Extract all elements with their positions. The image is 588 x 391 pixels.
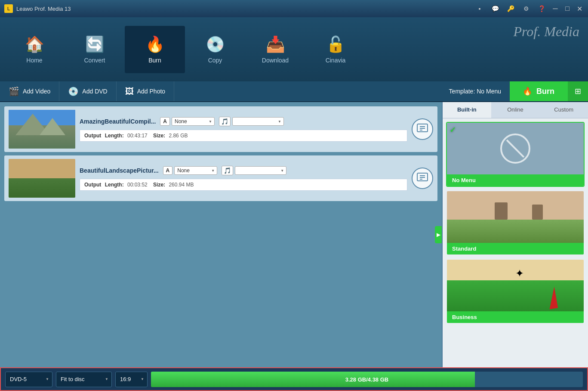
nav-item-burn[interactable]: 🔥 Burn xyxy=(125,26,185,73)
main-area: AmazingBeautifulCompil... A None 🎵 xyxy=(0,102,588,367)
music-dropdown-2: 🎵 xyxy=(222,166,286,175)
template-standard[interactable]: Standard xyxy=(446,190,585,255)
minimize-button[interactable]: ─ xyxy=(551,4,560,13)
nav-download-label: Download xyxy=(262,57,289,64)
copy-icon: 💿 xyxy=(206,35,225,53)
edit-video-button-2[interactable] xyxy=(412,168,433,189)
nav-item-convert[interactable]: 🔄 Convert xyxy=(65,26,125,73)
video-title-2: BeautifulLandscapePictur... xyxy=(80,167,159,174)
thumb-mountain-image xyxy=(9,110,75,149)
tab-online[interactable]: Online xyxy=(491,102,540,118)
home-icon: 🏠 xyxy=(25,35,44,53)
video-title-1: AmazingBeautifulCompil... xyxy=(80,118,156,125)
subtitle-select-2[interactable]: None xyxy=(174,166,217,175)
music-select-2[interactable] xyxy=(235,166,286,175)
right-panel: Built-in Online Custom ✓ No Menu xyxy=(442,102,588,367)
add-photo-button[interactable]: 🖼 Add Photo xyxy=(117,81,174,101)
key-icon[interactable]: 🔑 xyxy=(505,3,517,15)
music-select-wrapper-2 xyxy=(235,166,286,175)
template-selector[interactable]: Template: No Menu xyxy=(440,81,510,101)
tab-builtin[interactable]: Built-in xyxy=(443,102,491,118)
tab-custom[interactable]: Custom xyxy=(539,102,588,118)
no-entry-icon xyxy=(500,133,530,164)
fit-option-wrapper: Fit to disc High quality Custom xyxy=(56,372,112,387)
length-label-2: Length: xyxy=(105,182,124,188)
toolbar: 🎬 Add Video 💿 Add DVD 🖼 Add Photo Templa… xyxy=(0,81,588,102)
video-output-row-2: Output Length: 00:03:52 Size: 260.94 MB xyxy=(80,179,407,191)
template-business[interactable]: ✦ Business xyxy=(446,259,585,324)
selected-checkmark: ✓ xyxy=(449,125,456,135)
nav-item-download[interactable]: 📥 Download xyxy=(245,26,305,73)
settings-icon[interactable]: ⚙ xyxy=(520,3,532,15)
output-label-2: Output xyxy=(84,182,101,188)
subtitle-select-1[interactable]: None xyxy=(172,117,215,126)
no-menu-thumb: ✓ xyxy=(447,123,584,174)
video-item-2: BeautifulLandscapePictur... A None 🎵 xyxy=(4,155,437,201)
fit-option-select[interactable]: Fit to disc High quality Custom xyxy=(56,372,112,387)
nav-item-copy[interactable]: 💿 Copy xyxy=(185,26,245,73)
music-dropdown-1: 🎵 xyxy=(219,117,284,126)
close-button[interactable]: ✕ xyxy=(575,4,584,13)
edit-icon-2 xyxy=(416,172,428,184)
subtitle-a-icon-2: A xyxy=(163,166,173,175)
nav-item-cinavia[interactable]: 🔓 Cinavia xyxy=(305,26,366,73)
template-no-menu[interactable]: ✓ No Menu xyxy=(446,122,585,187)
subtitle-dropdown-2: A None xyxy=(163,166,218,175)
nav-cinavia-label: Cinavia xyxy=(326,57,346,64)
add-dvd-button[interactable]: 💿 Add DVD xyxy=(59,81,116,101)
music-select-1[interactable] xyxy=(232,117,284,126)
music-icon-1: 🎵 xyxy=(219,117,231,126)
app-logo-icon: L xyxy=(4,4,13,13)
disc-type-select[interactable]: DVD-5 DVD-9 Blu-ray 25GB Blu-ray 50GB xyxy=(5,372,52,387)
template-list: ✓ No Menu Standard xyxy=(443,118,588,367)
business-label: Business xyxy=(447,311,584,323)
length-value-1: 00:43:17 xyxy=(127,133,148,139)
grid-view-button[interactable]: ⊞ xyxy=(567,81,588,101)
chat-icon[interactable]: 💬 xyxy=(489,3,501,15)
length-value-2: 00:03:52 xyxy=(127,182,148,188)
nav-copy-label: Copy xyxy=(208,57,222,64)
add-video-button[interactable]: 🎬 Add Video xyxy=(0,81,59,101)
size-label-1: Size: xyxy=(153,133,165,139)
download-icon: 📥 xyxy=(266,35,285,53)
storage-progress-bar: 3.28 GB/4.38 GB xyxy=(151,372,583,387)
burn-label: Burn xyxy=(536,87,554,96)
add-photo-label: Add Photo xyxy=(137,88,165,95)
music-icon-2: 🎵 xyxy=(222,166,233,175)
edit-video-button-1[interactable] xyxy=(412,118,433,140)
panel-collapse-handle[interactable]: ▶ xyxy=(435,226,442,243)
nav-bar: 🏠 Home 🔄 Convert 🔥 Burn 💿 Copy 📥 Downloa… xyxy=(0,17,588,81)
aspect-ratio-select[interactable]: 16:9 4:3 xyxy=(115,372,148,387)
edit-icon-1 xyxy=(416,123,428,135)
subtitle-select-wrapper-2: None xyxy=(174,166,217,175)
video-thumb-2 xyxy=(9,159,75,198)
music-select-wrapper-1 xyxy=(232,117,284,126)
template-label: Template: No Menu xyxy=(449,88,501,95)
help-icon[interactable]: ❓ xyxy=(536,3,548,15)
maximize-button[interactable]: □ xyxy=(563,4,572,13)
aspect-ratio-wrapper: 16:9 4:3 xyxy=(115,372,148,387)
disc-type-wrapper: DVD-5 DVD-9 Blu-ray 25GB Blu-ray 50GB xyxy=(5,372,52,387)
video-list-area: AmazingBeautifulCompil... A None 🎵 xyxy=(0,102,442,367)
video-title-row-2: BeautifulLandscapePictur... A None 🎵 xyxy=(80,166,407,175)
window-controls: ▪ 💬 🔑 ⚙ ❓ ─ □ ✕ xyxy=(474,3,584,15)
brand-logo: Prof. Media xyxy=(514,24,579,40)
progress-text: 3.28 GB/4.38 GB xyxy=(345,376,388,382)
standard-thumb xyxy=(447,191,584,243)
burn-icon: 🔥 xyxy=(523,87,532,96)
video-item-1: AmazingBeautifulCompil... A None 🎵 xyxy=(4,106,437,152)
nav-item-home[interactable]: 🏠 Home xyxy=(4,26,65,73)
video-title-row-1: AmazingBeautifulCompil... A None 🎵 xyxy=(80,117,407,126)
progress-fill xyxy=(151,372,475,387)
size-value-1: 2.86 GB xyxy=(169,133,188,139)
burn-button[interactable]: 🔥 Burn xyxy=(510,81,567,101)
no-menu-visual xyxy=(447,123,584,174)
title-bar: L Leawo Prof. Media 13 ▪ 💬 🔑 ⚙ ❓ ─ □ ✕ xyxy=(0,0,588,17)
length-label-1: Length: xyxy=(105,133,124,139)
video-thumb-1 xyxy=(9,110,75,149)
video-info-2: BeautifulLandscapePictur... A None 🎵 xyxy=(80,166,407,191)
nav-burn-label: Burn xyxy=(148,57,161,64)
standard-visual xyxy=(447,191,584,243)
video-info-1: AmazingBeautifulCompil... A None 🎵 xyxy=(80,117,407,142)
add-dvd-icon: 💿 xyxy=(68,86,79,96)
